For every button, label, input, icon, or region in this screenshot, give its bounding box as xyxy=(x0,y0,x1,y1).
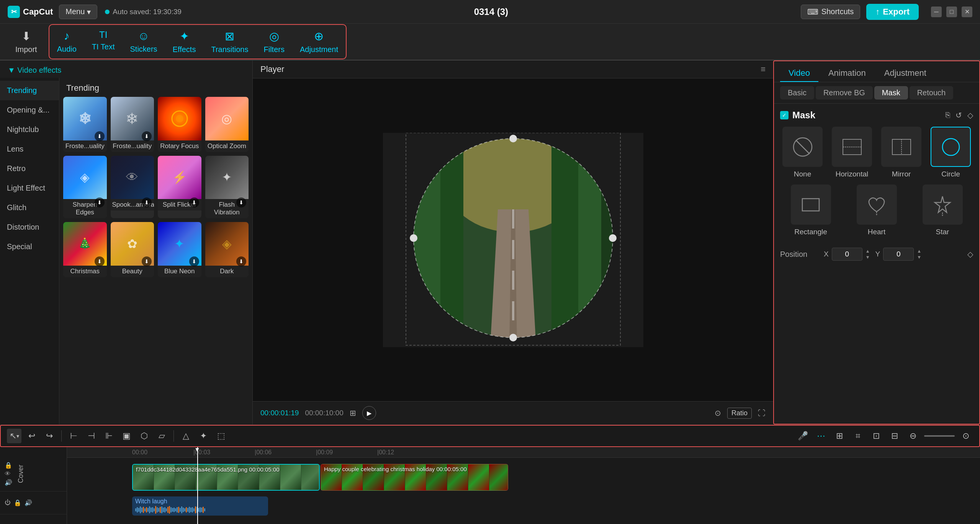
cat-lens[interactable]: Lens xyxy=(0,139,59,159)
mask-keyframe-icon[interactable]: ◇ xyxy=(967,111,973,120)
ratio-button[interactable]: Ratio xyxy=(727,408,752,419)
cat-special[interactable]: Special xyxy=(0,237,59,256)
tl-lock-icon[interactable]: 🔒 xyxy=(5,462,12,469)
tl-shape-tool[interactable]: ✦ xyxy=(196,429,211,443)
mask-star[interactable]: Star xyxy=(912,184,973,236)
tl-split2-tool[interactable]: ⊣ xyxy=(84,429,98,443)
playhead[interactable] xyxy=(197,447,198,524)
tl-link2-icon[interactable]: ⊞ xyxy=(832,429,847,443)
player-menu-icon[interactable]: ≡ xyxy=(761,64,766,74)
fullscreen-icon[interactable]: ⛶ xyxy=(758,409,766,418)
maximize-button[interactable]: □ xyxy=(946,7,957,17)
toolbar-effects[interactable]: ✦ Effects xyxy=(165,26,204,57)
effect-beauty[interactable]: ✿ ⬇ Beauty xyxy=(111,222,154,277)
cat-glitch[interactable]: Glitch xyxy=(0,198,59,217)
position-y-input[interactable] xyxy=(883,248,914,261)
toolbar-adjustment[interactable]: ⊕ Adjustment xyxy=(292,26,346,57)
mask-horizontal[interactable]: Horizontal xyxy=(829,127,874,178)
effect-froste2[interactable]: ❄ ⬇ Froste...uality xyxy=(111,97,154,152)
mask-circle[interactable]: Circle xyxy=(928,127,973,178)
effect-split[interactable]: ⚡ ⬇ Split Flicker xyxy=(158,156,201,219)
mask-mirror[interactable]: Mirror xyxy=(879,127,924,178)
x-down-arrow[interactable]: ▼ xyxy=(865,255,870,260)
tl-crop-tool[interactable]: ⬚ xyxy=(214,429,228,443)
effect-flash[interactable]: ✦ ⬇ Flash Vibration xyxy=(205,156,249,219)
cat-trending[interactable]: Trending xyxy=(0,81,59,100)
tl-delete-tool[interactable]: ▣ xyxy=(119,429,134,443)
minimize-button[interactable]: ─ xyxy=(931,7,942,17)
mask-none[interactable]: None xyxy=(780,127,825,178)
tab-video[interactable]: Video xyxy=(780,65,818,82)
tab-adjustment[interactable]: Adjustment xyxy=(876,65,935,82)
close-button[interactable]: ✕ xyxy=(962,7,972,17)
tl-transform-tool[interactable]: ▱ xyxy=(154,429,169,443)
effect-sharpen[interactable]: ◈ ⬇ Sharpen Edges xyxy=(63,156,107,219)
mask-copy-icon[interactable]: ⎘ xyxy=(946,111,950,120)
effect-dark[interactable]: ◈ ⬇ Dark xyxy=(205,222,249,277)
tl-zoom-slider[interactable] xyxy=(924,435,955,437)
tl-undo-tool[interactable]: ↩ xyxy=(25,429,39,443)
x-stepper[interactable]: ▲ ▼ xyxy=(865,248,870,260)
mic-icon[interactable]: 🎤 xyxy=(795,429,810,443)
cat-light-effect[interactable]: Light Effect xyxy=(0,178,59,198)
export-button[interactable]: ↑ Export xyxy=(866,4,919,20)
subtab-removebg[interactable]: Remove BG xyxy=(816,86,873,100)
x-up-arrow[interactable]: ▲ xyxy=(865,248,870,254)
effect-rotary[interactable]: Rotary Focus xyxy=(158,97,201,152)
video-clip-christmas[interactable]: Happy couple celebrating christmas holid… xyxy=(321,464,508,491)
tl-select-tool[interactable]: ↖ ▾ xyxy=(7,429,21,443)
toolbar-filters[interactable]: ◎ Filters xyxy=(256,26,292,57)
effect-spook[interactable]: 👁 ⬇ Spook...amera xyxy=(111,156,154,219)
video-clip-forest[interactable]: f701ddc344182d043328aa4e765da551.png 00:… xyxy=(132,464,320,491)
tl-link3-icon[interactable]: ⌗ xyxy=(851,429,865,443)
tl-trim-tool[interactable]: ⊩ xyxy=(101,429,116,443)
subtab-basic[interactable]: Basic xyxy=(780,86,814,100)
cat-nightclub[interactable]: Nightclub xyxy=(0,120,59,139)
effect-froste1[interactable]: ❄ ⬇ Froste...uality xyxy=(63,97,107,152)
mask-heart[interactable]: Heart xyxy=(846,184,907,236)
tl-vol-icon[interactable]: 🔊 xyxy=(5,479,12,486)
effect-christmas[interactable]: 🎄 ⬇ Christmas xyxy=(63,222,107,277)
mask-reset-icon[interactable]: ↺ xyxy=(955,111,962,120)
y-down-arrow[interactable]: ▼ xyxy=(917,255,921,260)
tl-link1-icon[interactable]: ⋯ xyxy=(814,429,828,443)
tl-audio-vol-icon[interactable]: 🔊 xyxy=(25,499,32,506)
audio-clip-witch[interactable]: Witch laugh xyxy=(132,496,268,516)
tl-split-tool[interactable]: ⊢ xyxy=(66,429,81,443)
play-button[interactable]: ▶ xyxy=(362,406,376,420)
cat-distortion[interactable]: Distortion xyxy=(0,217,59,237)
tl-settings-icon[interactable]: ⊙ xyxy=(959,429,973,443)
toolbar-transitions[interactable]: ⊠ Transitions xyxy=(203,26,256,57)
mask-enabled-checkbox[interactable]: ✓ xyxy=(780,111,789,119)
menu-button[interactable]: Menu ▾ xyxy=(59,5,97,19)
cat-retro[interactable]: Retro xyxy=(0,159,59,178)
select-dropdown-icon[interactable]: ▾ xyxy=(16,433,19,439)
tab-animation[interactable]: Animation xyxy=(820,65,874,82)
cat-opening[interactable]: Opening &... xyxy=(0,100,59,120)
grid-icon[interactable]: ⊞ xyxy=(350,408,356,418)
y-up-arrow[interactable]: ▲ xyxy=(917,248,921,254)
shortcuts-button[interactable]: ⌨ Shortcuts xyxy=(801,5,860,19)
screenshot-icon[interactable]: ⊙ xyxy=(715,408,721,418)
tl-flip-tool[interactable]: △ xyxy=(178,429,193,443)
subtab-mask[interactable]: Mask xyxy=(874,86,908,100)
effect-optical[interactable]: ◎ Optical Zoom xyxy=(205,97,249,152)
tl-link4-icon[interactable]: ⊡ xyxy=(869,429,883,443)
effect-blue[interactable]: ✦ ⬇ Blue Neon xyxy=(158,222,201,277)
toolbar-text[interactable]: TI TI Text xyxy=(84,26,123,57)
tl-freeze-tool[interactable]: ⬡ xyxy=(137,429,151,443)
tl-zoom-out-icon[interactable]: ⊖ xyxy=(906,429,920,443)
tl-eye-icon[interactable]: 👁 xyxy=(5,470,12,477)
toolbar-import[interactable]: ⬇ Import xyxy=(8,26,45,57)
tl-audio-lock-icon[interactable]: 🔒 xyxy=(14,499,21,506)
tl-caption-icon[interactable]: ⊟ xyxy=(887,429,902,443)
mask-rectangle[interactable]: Rectangle xyxy=(780,184,841,236)
toolbar-stickers[interactable]: ☺ Stickers xyxy=(123,26,165,57)
tl-redo-tool[interactable]: ↪ xyxy=(42,429,57,443)
toolbar-audio[interactable]: ♪ Audio xyxy=(49,26,84,57)
tl-audio-power-icon[interactable]: ⏻ xyxy=(5,499,11,506)
position-keyframe-icon[interactable]: ◇ xyxy=(967,250,973,259)
position-x-input[interactable] xyxy=(832,248,862,261)
subtab-retouch[interactable]: Retouch xyxy=(910,86,954,100)
y-stepper[interactable]: ▲ ▼ xyxy=(917,248,921,260)
